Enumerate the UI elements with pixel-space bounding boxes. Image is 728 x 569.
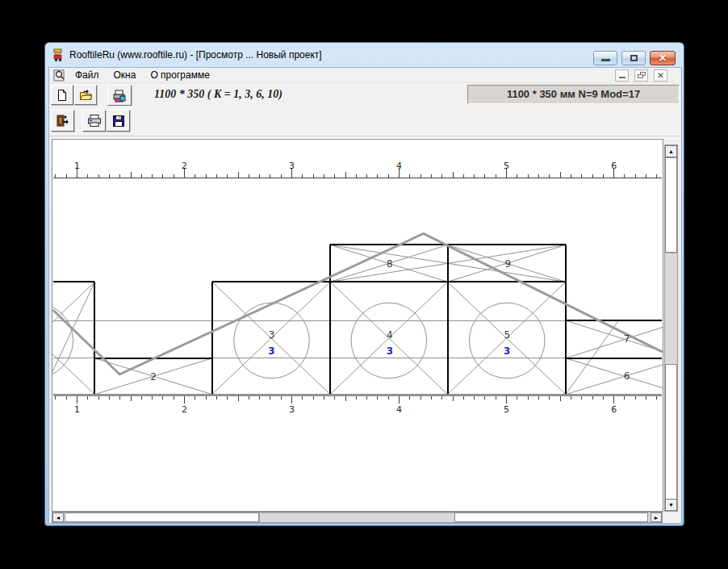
mdi-close-icon: ✕ xyxy=(655,70,667,81)
app-icon xyxy=(52,48,65,61)
svg-text:2: 2 xyxy=(150,371,157,383)
mdi-child-buttons: ✕ xyxy=(615,69,667,82)
svg-text:3: 3 xyxy=(387,345,393,357)
menu-windows[interactable]: Окна xyxy=(107,68,144,83)
exit-button[interactable] xyxy=(51,110,74,132)
vertical-scrollbar-track[interactable] xyxy=(665,253,677,364)
technical-drawing: 11223344556623458976333 xyxy=(52,140,663,511)
minimize-button[interactable] xyxy=(593,51,617,65)
client-area: Файл Окна О программе ✕ xyxy=(48,67,682,524)
scroll-down-button[interactable]: ▼ xyxy=(665,499,677,511)
svg-text:9: 9 xyxy=(504,258,511,270)
svg-text:6: 6 xyxy=(611,404,617,415)
horizontal-scrollbar-track[interactable] xyxy=(259,513,454,522)
svg-text:4: 4 xyxy=(387,329,393,341)
exit-door-icon xyxy=(56,114,69,128)
horizontal-scrollbar[interactable]: ◄ ► xyxy=(52,512,663,523)
printer-icon xyxy=(87,114,102,128)
scroll-up-button[interactable]: ▲ xyxy=(665,145,677,157)
svg-text:5: 5 xyxy=(504,404,509,415)
save-floppy-icon xyxy=(112,115,125,128)
svg-text:3: 3 xyxy=(289,404,295,415)
maximize-button[interactable] xyxy=(621,51,646,65)
mdi-restore-button[interactable] xyxy=(634,69,648,82)
toolbar-main: 1100 * 350 ( K = 1, 3, 6, 10) 1100 * 350… xyxy=(49,83,681,106)
status-panel: 1100 * 350 мм N=9 Mod=17 xyxy=(467,85,680,104)
toolbar-secondary xyxy=(49,106,681,136)
horizontal-scrollbar-thumb-right[interactable] xyxy=(454,513,648,522)
vertical-scrollbar[interactable]: ▲ ▼ xyxy=(664,144,678,512)
titlebar[interactable]: RooftileRu (www.rooftile.ru) - [Просмотр… xyxy=(45,43,684,67)
print-preview-icon xyxy=(112,89,127,103)
menu-about[interactable]: О программе xyxy=(143,68,216,83)
svg-text:1: 1 xyxy=(74,404,80,415)
svg-text:3: 3 xyxy=(504,345,510,357)
svg-text:3: 3 xyxy=(289,161,295,171)
svg-text:4: 4 xyxy=(396,404,402,415)
menu-bar: Файл Окна О программе ✕ xyxy=(49,68,681,83)
close-icon: ✕ xyxy=(651,52,675,65)
svg-text:5: 5 xyxy=(504,161,509,171)
menu-file[interactable]: Файл xyxy=(68,68,107,83)
scroll-right-button[interactable]: ► xyxy=(651,513,662,522)
vertical-scrollbar-thumb-bottom[interactable] xyxy=(665,364,677,500)
new-document-button[interactable] xyxy=(51,85,73,105)
scrollbar-corner xyxy=(664,512,678,523)
window-title: RooftileRu (www.rooftile.ru) - [Просмотр… xyxy=(69,43,322,67)
maximize-icon xyxy=(630,55,638,61)
svg-text:5: 5 xyxy=(504,329,510,341)
svg-text:7: 7 xyxy=(624,333,630,345)
svg-text:3: 3 xyxy=(269,329,275,341)
caption-buttons: ✕ xyxy=(593,51,676,65)
mdi-close-button[interactable]: ✕ xyxy=(654,69,667,82)
print-button[interactable] xyxy=(82,110,106,132)
document-system-menu-icon[interactable] xyxy=(53,69,65,82)
svg-text:8: 8 xyxy=(387,258,393,270)
minimize-icon xyxy=(601,59,610,61)
svg-text:2: 2 xyxy=(182,161,187,171)
open-folder-icon xyxy=(79,89,93,102)
close-button[interactable]: ✕ xyxy=(650,51,676,65)
svg-text:3: 3 xyxy=(268,345,274,357)
svg-text:2: 2 xyxy=(182,404,187,415)
svg-text:4: 4 xyxy=(396,161,402,171)
open-project-button[interactable] xyxy=(74,85,97,105)
vertical-scrollbar-thumb-top[interactable] xyxy=(665,157,677,253)
print-preview-button[interactable] xyxy=(107,85,132,106)
svg-text:6: 6 xyxy=(624,370,630,382)
mdi-minimize-icon xyxy=(619,77,625,78)
new-document-icon xyxy=(56,89,69,102)
scroll-left-button[interactable]: ◄ xyxy=(52,513,64,522)
tile-dimension-text: 1100 * 350 ( K = 1, 3, 6, 10) xyxy=(154,83,282,106)
svg-text:1: 1 xyxy=(74,161,80,171)
app-window: RooftileRu (www.rooftile.ru) - [Просмотр… xyxy=(44,42,684,526)
save-button[interactable] xyxy=(107,110,130,132)
drawing-panel[interactable]: 11223344556623458976333 xyxy=(52,139,663,512)
mdi-minimize-button[interactable] xyxy=(615,69,629,82)
horizontal-scrollbar-thumb-left[interactable] xyxy=(65,513,259,522)
svg-text:6: 6 xyxy=(611,161,617,171)
